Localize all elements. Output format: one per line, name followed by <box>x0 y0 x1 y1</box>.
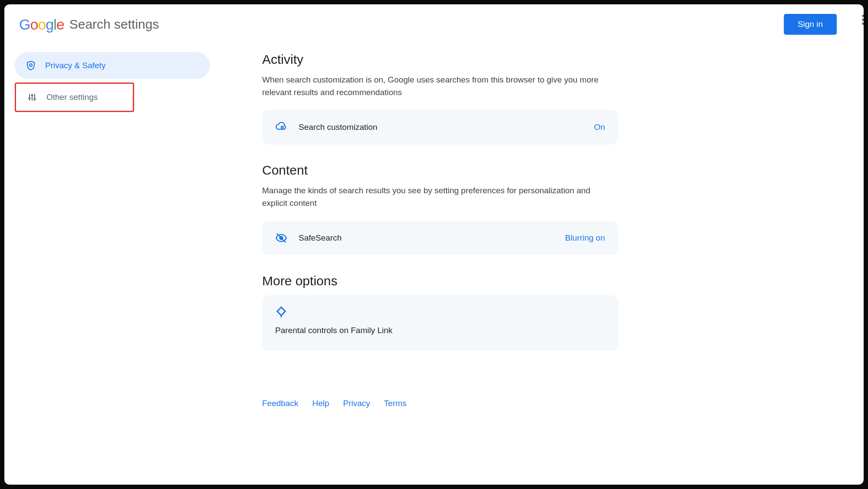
svg-point-7 <box>281 126 283 129</box>
sign-in-button[interactable]: Sign in <box>784 14 837 35</box>
card-search-customization[interactable]: Search customization On <box>262 110 618 145</box>
card-label: Parental controls on Family Link <box>275 326 392 335</box>
section-title-more-options: More options <box>262 274 618 288</box>
page-title: Search settings <box>69 17 159 32</box>
sidebar-item-label: Other settings <box>46 93 98 102</box>
svg-point-0 <box>30 64 32 66</box>
card-left: Search customization <box>275 121 378 133</box>
footer-link-privacy[interactable]: Privacy <box>343 399 370 408</box>
cloud-icon <box>275 121 287 133</box>
sidebar-item-other-settings[interactable]: Other settings <box>15 83 134 112</box>
google-logo: Google <box>19 16 64 33</box>
section-desc-activity: When search customization is on, Google … <box>262 74 601 99</box>
sidebar: Privacy & Safety Other settings <box>15 52 210 408</box>
section-desc-content: Manage the kinds of search results you s… <box>262 185 601 209</box>
eye-off-icon <box>275 232 287 244</box>
card-label: Search customization <box>299 122 378 132</box>
card-value-customization: On <box>594 122 605 132</box>
header-left: Google Search settings <box>19 16 159 33</box>
card-parental-controls[interactable]: Parental controls on Family Link <box>262 295 618 351</box>
card-safesearch[interactable]: SafeSearch Blurring on <box>262 221 618 255</box>
body: Privacy & Safety Other settings Act <box>4 39 864 408</box>
sidebar-item-label: Privacy & Safety <box>45 61 105 70</box>
header: Google Search settings Sign in <box>4 4 864 39</box>
main-content: Activity When search customization is on… <box>262 52 618 408</box>
footer-link-terms[interactable]: Terms <box>384 399 407 408</box>
footer-links: Feedback Help Privacy Terms <box>262 399 618 408</box>
shield-icon <box>25 60 36 71</box>
section-title-activity: Activity <box>262 52 618 67</box>
footer-link-feedback[interactable]: Feedback <box>262 399 298 408</box>
footer-link-help[interactable]: Help <box>312 399 329 408</box>
app-window: Google Search settings Sign in Privacy &… <box>4 4 864 485</box>
sliders-icon <box>26 92 38 103</box>
card-value-safesearch: Blurring on <box>565 233 605 243</box>
sidebar-item-privacy-safety[interactable]: Privacy & Safety <box>15 52 210 79</box>
diamond-icon <box>275 306 287 318</box>
more-options-dots-icon[interactable] <box>862 15 864 25</box>
card-label: SafeSearch <box>299 233 342 243</box>
card-left: SafeSearch <box>275 232 342 244</box>
section-title-content: Content <box>262 163 618 178</box>
